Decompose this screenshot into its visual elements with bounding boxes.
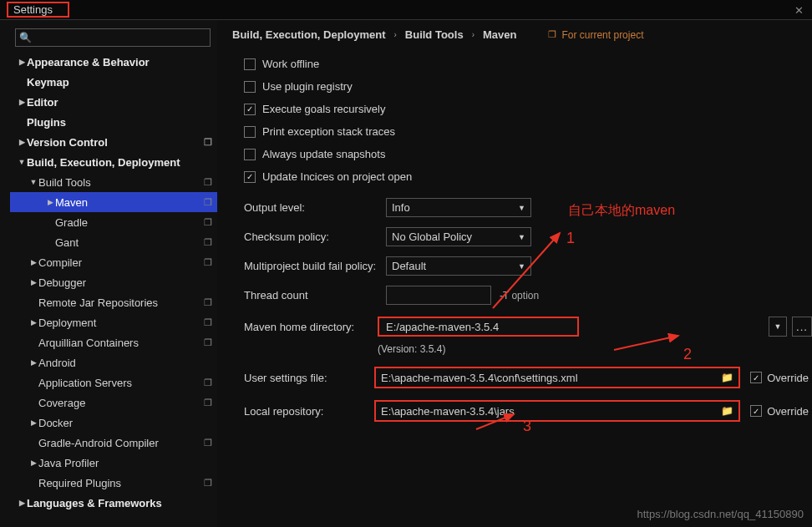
home-input[interactable]: E:/apache-maven-3.5.4 — [378, 317, 579, 337]
local-repo-label: Local repository: — [244, 405, 374, 418]
sidebar-item-label: Arquillian Containers — [38, 337, 204, 349]
output-level-select[interactable]: Info ▼ — [386, 198, 531, 217]
chevron-down-icon: ▼ — [17, 158, 27, 166]
home-label: Maven home directory: — [244, 321, 378, 333]
sidebar-item-compiler[interactable]: ▶Compiler❐ — [10, 252, 217, 272]
sidebar-item-label: Build Tools — [38, 176, 204, 189]
sidebar-item-required-plugins[interactable]: Required Plugins❐ — [10, 473, 217, 493]
breadcrumb: Build, Execution, Deployment › Build Too… — [232, 28, 812, 41]
sidebar-item-label: Keymap — [27, 76, 212, 89]
checkbox[interactable] — [244, 81, 256, 93]
watermark: https://blog.csdn.net/qq_41150890 — [637, 508, 804, 520]
sidebar-item-remote-jar-repositories[interactable]: Remote Jar Repositories❐ — [10, 292, 217, 312]
sidebar-item-label: Required Plugins — [38, 477, 204, 489]
chevron-right-icon: ▶ — [28, 318, 38, 327]
bc-3[interactable]: Maven — [483, 28, 516, 41]
check-label: Execute goals recursively — [262, 103, 385, 115]
search-box[interactable]: 🔍 — [15, 28, 211, 47]
override-1-checkbox[interactable]: ✓ — [750, 372, 762, 383]
bc-1[interactable]: Build, Execution, Deployment — [232, 28, 385, 41]
override-2-label: Override — [767, 405, 809, 418]
sidebar-item-label: Java Profiler — [38, 457, 212, 469]
checkbox[interactable] — [244, 149, 256, 160]
chevron-right-icon: ▶ — [17, 499, 27, 507]
sidebar-item-label: Docker — [38, 417, 212, 429]
stack-icon: ❐ — [204, 217, 212, 228]
sidebar-item-label: Application Servers — [38, 377, 204, 389]
sidebar-item-build-tools[interactable]: ▼Build Tools❐ — [10, 172, 217, 192]
multiproject-select[interactable]: Default ▼ — [386, 256, 531, 276]
sidebar-item-build-execution-deployment[interactable]: ▼Build, Execution, Deployment — [10, 152, 217, 172]
stack-icon: ❐ — [204, 177, 212, 188]
sidebar-item-label: Gradle — [55, 216, 204, 229]
check-row: Use plugin registry — [244, 75, 812, 98]
folder-icon[interactable]: 📁 — [721, 405, 733, 417]
check-row: ✓Execute goals recursively — [244, 98, 812, 120]
checksum-select[interactable]: No Global Policy ▼ — [386, 227, 531, 246]
window-title: Settings — [7, 2, 69, 18]
check-label: Always update snapshots — [262, 148, 385, 160]
checkbox[interactable]: ✓ — [244, 104, 256, 115]
sidebar-item-plugins[interactable]: Plugins — [10, 112, 217, 132]
close-icon[interactable]: ✕ — [794, 4, 804, 17]
sidebar-item-docker[interactable]: ▶Docker — [10, 413, 217, 433]
sidebar-item-java-profiler[interactable]: ▶Java Profiler — [10, 453, 217, 473]
sidebar-item-label: Languages & Frameworks — [27, 497, 212, 509]
user-settings-input[interactable]: E:\apache-maven-3.5.4\conf\settings.xml … — [374, 367, 740, 388]
folder-icon[interactable]: 📁 — [721, 372, 733, 383]
sidebar: 🔍 ▶Appearance & BehaviorKeymap▶EditorPlu… — [10, 20, 217, 527]
check-row: Work offline — [244, 53, 812, 75]
search-input[interactable] — [33, 32, 206, 43]
sidebar-item-application-servers[interactable]: Application Servers❐ — [10, 372, 217, 393]
checkbox[interactable] — [244, 58, 256, 70]
chevron-down-icon: ▼ — [28, 178, 38, 186]
stack-icon: ❐ — [204, 337, 212, 348]
sidebar-item-label: Gradle-Android Compiler — [38, 437, 204, 449]
check-row: ✓Update Incices on project open — [244, 165, 812, 188]
sidebar-item-debugger[interactable]: ▶Debugger — [10, 272, 217, 292]
sidebar-item-label: Remote Jar Repositories — [38, 296, 204, 309]
sidebar-item-maven[interactable]: ▶Maven❐ — [10, 192, 217, 212]
chevron-down-icon: ▼ — [518, 204, 525, 212]
chevron-right-icon: ▶ — [28, 459, 38, 467]
stack-icon: ❐ — [204, 197, 212, 208]
search-icon: 🔍 — [19, 32, 32, 43]
sidebar-item-gradle[interactable]: Gradle❐ — [10, 212, 217, 232]
sidebar-item-label: Deployment — [38, 317, 204, 329]
stack-icon: ❐ — [204, 237, 212, 248]
sidebar-item-label: Debugger — [38, 276, 212, 289]
bc-2[interactable]: Build Tools — [405, 28, 464, 41]
version-label: (Version: 3.5.4) — [244, 343, 812, 355]
chevron-right-icon: ▶ — [17, 98, 27, 106]
sidebar-item-deployment[interactable]: ▶Deployment❐ — [10, 312, 217, 332]
thread-input[interactable] — [386, 286, 491, 305]
sidebar-item-coverage[interactable]: Coverage❐ — [10, 393, 217, 413]
override-2-checkbox[interactable]: ✓ — [750, 405, 762, 417]
chevron-right-icon: › — [393, 30, 396, 39]
sidebar-item-version-control[interactable]: ▶Version Control❐ — [10, 132, 217, 152]
sidebar-item-appearance-behavior[interactable]: ▶Appearance & Behavior — [10, 52, 217, 72]
sidebar-item-gradle-android-compiler[interactable]: Gradle-Android Compiler❐ — [10, 433, 217, 453]
output-level-label: Output level: — [244, 201, 386, 214]
stack-icon: ❐ — [204, 398, 212, 408]
sidebar-item-arquillian-containers[interactable]: Arquillian Containers❐ — [10, 332, 217, 352]
content-panel: Build, Execution, Deployment › Build Too… — [217, 20, 812, 527]
sidebar-item-label: Compiler — [38, 256, 204, 269]
sidebar-item-label: Version Control — [27, 136, 204, 149]
sidebar-item-android[interactable]: ▶Android — [10, 352, 217, 372]
sidebar-item-gant[interactable]: Gant❐ — [10, 232, 217, 252]
settings-tree: ▶Appearance & BehaviorKeymap▶EditorPlugi… — [10, 52, 217, 527]
local-repo-input[interactable]: E:\apache-maven-3.5.4\jars 📁 — [374, 400, 740, 422]
checksum-label: Checksum policy: — [244, 231, 386, 243]
chevron-right-icon: ▶ — [45, 198, 55, 206]
sidebar-item-languages-frameworks[interactable]: ▶Languages & Frameworks — [10, 493, 217, 513]
sidebar-item-editor[interactable]: ▶Editor — [10, 92, 217, 112]
checkbox[interactable]: ✓ — [244, 171, 256, 183]
chevron-right-icon: ▶ — [17, 58, 27, 66]
sidebar-item-label: Build, Execution, Deployment — [27, 156, 212, 169]
home-dropdown-button[interactable]: ▼ — [769, 317, 787, 337]
home-browse-button[interactable]: ... — [792, 317, 812, 337]
sidebar-item-keymap[interactable]: Keymap — [10, 72, 217, 92]
chevron-right-icon: ▶ — [17, 138, 27, 146]
checkbox[interactable] — [244, 126, 256, 138]
